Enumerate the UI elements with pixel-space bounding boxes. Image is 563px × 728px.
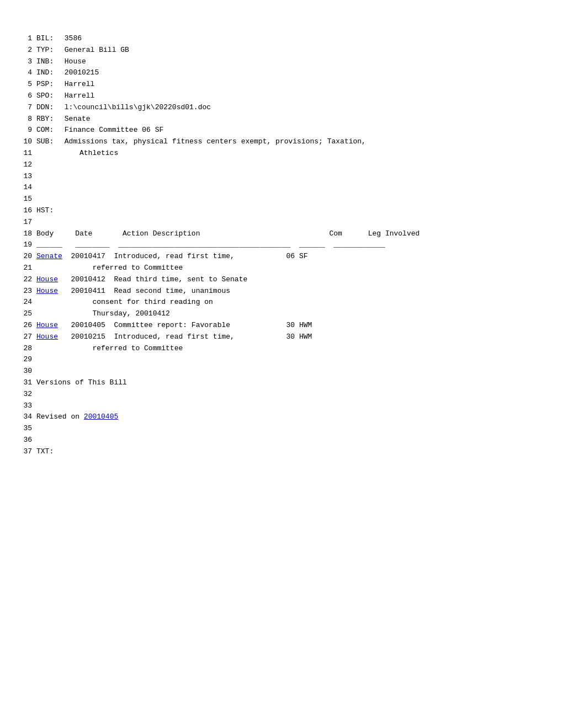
line-37: 37TXT: (17, 446, 546, 458)
line-number: 9 (17, 125, 32, 136)
field-value: Harrell (65, 92, 95, 100)
field-label: DDN: (36, 103, 62, 111)
line-24: 24 consent for third reading on (17, 297, 546, 308)
line-number: 31 (17, 377, 32, 389)
line-number: 12 (17, 159, 32, 171)
line-content: SPO: Harrell (36, 90, 546, 102)
history-date: 20010215 (58, 333, 114, 341)
line-content: ______ ________ ________________________… (36, 239, 546, 251)
line-number: 33 (17, 400, 32, 412)
line-content (36, 435, 546, 446)
history-date: 20010411 (58, 287, 114, 295)
line-number: 5 (17, 79, 32, 90)
line-15: 15 (17, 194, 546, 205)
field-value: 3586 (65, 34, 82, 42)
line-number: 34 (17, 411, 32, 423)
field-label: PSP: (36, 80, 62, 88)
line-number: 14 (17, 182, 32, 194)
line-content: referred to Committee (36, 343, 546, 355)
line-content (36, 194, 546, 205)
field-label: HST: (36, 206, 62, 215)
history-action: Read third time, sent to Senate (114, 275, 286, 283)
line-23: 23House 20010411 Read second time, unani… (17, 286, 546, 297)
line-content: Versions of This Bill (36, 377, 546, 389)
body-link-house[interactable]: House (36, 321, 58, 329)
body-link-house[interactable]: House (36, 287, 58, 295)
line-6: 6SPO: Harrell (17, 90, 546, 102)
line-content: BIL: 3586 (36, 33, 546, 45)
line-content: Thursday, 20010412 (36, 308, 546, 320)
field-value: House (65, 57, 86, 66)
line-content: House 20010411 Read second time, unanimo… (36, 286, 546, 297)
line-content: Athletics (36, 148, 546, 159)
body-link-house[interactable]: House (36, 333, 58, 341)
line-number: 16 (17, 205, 32, 217)
history-date: 20010412 (58, 275, 114, 283)
line-number: 30 (17, 366, 32, 377)
line-number: 25 (17, 308, 32, 320)
line-19: 19______ ________ ______________________… (17, 239, 546, 251)
line-35: 35 (17, 423, 546, 435)
line-number: 8 (17, 114, 32, 125)
history-date: 20010417 (62, 252, 114, 260)
line-number: 17 (17, 217, 32, 228)
field-label: TXT: (36, 447, 62, 456)
line-content: HST: (36, 205, 546, 217)
line-content (36, 171, 546, 183)
line-content: Revised on 20010405 (36, 411, 546, 423)
line-27: 27House 20010215 Introduced, read first … (17, 331, 546, 343)
line-number: 19 (17, 239, 32, 251)
line-content: COM: Finance Committee 06 SF (36, 125, 546, 136)
line-30: 30 (17, 366, 546, 377)
field-value: l:\council\bills\gjk\20220sd01.doc (65, 103, 211, 111)
line-29: 29 (17, 354, 546, 366)
history-action: Read second time, unanimous (114, 287, 286, 295)
line-9: 9COM: Finance Committee 06 SF (17, 125, 546, 136)
line-18: 18Body Date Action Description Com Leg I… (17, 228, 546, 240)
line-11: 11 Athletics (17, 148, 546, 159)
line-content: Senate 20010417 Introduced, read first t… (36, 251, 546, 263)
line-content (36, 400, 546, 412)
body-link-house[interactable]: House (36, 275, 58, 283)
line-content (36, 217, 546, 228)
line-25: 25 Thursday, 20010412 (17, 308, 546, 320)
line-28: 28 referred to Committee (17, 343, 546, 355)
line-17: 17 (17, 217, 546, 228)
line-number: 27 (17, 331, 32, 343)
history-date: 20010405 (58, 321, 114, 329)
versions-prefix: Revised on (36, 413, 84, 421)
main-content: 1BIL: 35862TYP: General Bill GB3INB: Hou… (17, 33, 546, 457)
line-number: 15 (17, 194, 32, 205)
line-content: House 20010412 Read third time, sent to … (36, 274, 546, 286)
line-number: 4 (17, 67, 32, 79)
body-link-senate[interactable]: Senate (36, 252, 62, 260)
line-number: 32 (17, 389, 32, 400)
history-com: 06 SF (286, 252, 308, 260)
field-value: 20010215 (65, 68, 99, 77)
line-content: referred to Committee (36, 263, 546, 274)
line-14: 14 (17, 182, 546, 194)
line-content: SUB: Admissions tax, physical fitness ce… (36, 136, 546, 148)
field-value: General Bill GB (65, 46, 129, 54)
history-action: Committee report: Favorable (114, 321, 286, 329)
version-link[interactable]: 20010405 (84, 413, 118, 421)
line-3: 3INB: House (17, 56, 546, 68)
line-content: House 20010215 Introduced, read first ti… (36, 331, 546, 343)
line-content: RBY: Senate (36, 114, 546, 125)
line-26: 26House 20010405 Committee report: Favor… (17, 320, 546, 331)
line-12: 12 (17, 159, 546, 171)
line-number: 1 (17, 33, 32, 45)
line-content (36, 366, 546, 377)
line-content: IND: 20010215 (36, 67, 546, 79)
field-value: Admissions tax, physical fitness centers… (65, 137, 366, 146)
line-content: DDN: l:\council\bills\gjk\20220sd01.doc (36, 102, 546, 114)
line-number: 22 (17, 274, 32, 286)
line-number: 23 (17, 286, 32, 297)
line-number: 13 (17, 171, 32, 183)
history-com: 30 HWM (286, 321, 312, 329)
line-10: 10SUB: Admissions tax, physical fitness … (17, 136, 546, 148)
line-8: 8RBY: Senate (17, 114, 546, 125)
history-action: Introduced, read first time, (114, 333, 286, 341)
line-number: 11 (17, 148, 32, 159)
field-label: IND: (36, 68, 62, 77)
